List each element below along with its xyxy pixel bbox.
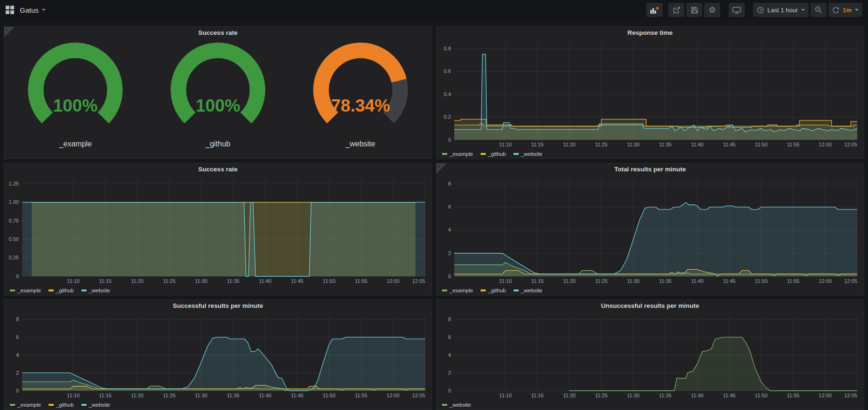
svg-text:11:55: 11:55 [787,142,800,147]
legend-item-_website[interactable]: _website [514,288,542,293]
series-fill-_website [454,202,857,276]
legend-item-_website[interactable]: _website [514,151,542,157]
svg-text:11:40: 11:40 [259,393,272,398]
panel-title[interactable]: Successful results per minute [4,300,432,312]
gauge-value-text: 100% [53,96,98,115]
series-fill-_website [570,337,857,391]
legend-item-_website[interactable]: _website [81,288,110,293]
dashboard-title-dropdown[interactable]: Gatus [20,6,46,14]
legend-item-_website[interactable]: _website [442,402,471,408]
svg-text:12:05: 12:05 [844,278,857,284]
legend-item-_github[interactable]: _github [48,402,74,408]
line-chart-svg: 00.20.40.60.811:1011:1511:2011:2511:3011… [436,39,864,149]
svg-text:11:45: 11:45 [291,393,304,398]
chart-legend: _example_github_website [436,149,864,159]
zoom-out-button[interactable] [811,3,827,17]
panel-title[interactable]: Success rate [4,163,432,176]
response-time-chart[interactable]: 00.20.40.60.811:1011:1511:2011:2511:3011… [436,39,864,149]
svg-text:11:15: 11:15 [531,142,544,147]
svg-text:12:05: 12:05 [844,142,857,147]
line-chart-svg: 0246811:1011:1511:2011:2511:3011:3511:40… [436,176,864,286]
chevron-down-icon [42,9,46,11]
svg-text:2: 2 [448,370,451,376]
time-range-picker[interactable]: Last 1 hour [753,3,809,17]
line-chart-svg: 0246811:1011:1511:2011:2511:3011:3511:40… [436,312,864,400]
gauge-svg: 100% [147,41,289,139]
chevron-down-icon [801,9,805,11]
chevron-down-icon [855,9,859,11]
series-line-_github [454,119,857,127]
svg-text:11:35: 11:35 [659,393,672,398]
share-button[interactable] [668,3,684,17]
legend-item-_github[interactable]: _github [481,151,506,157]
svg-text:11:25: 11:25 [595,142,608,147]
gauge-_website: 78.34% _website [290,41,431,148]
svg-text:11:30: 11:30 [627,142,640,147]
svg-text:0.2: 0.2 [444,114,451,120]
svg-text:11:20: 11:20 [131,393,144,398]
legend-item-_example[interactable]: _example [10,402,41,408]
svg-text:6: 6 [448,334,451,340]
dashboard-grid: i Success rate 100% _example 100% _githu… [0,20,868,410]
refresh-interval-label: 1m [843,7,852,14]
svg-text:11:50: 11:50 [755,393,768,398]
grafana-apps-grid-icon[interactable] [6,6,14,14]
svg-text:4: 4 [16,352,19,358]
total-results-chart[interactable]: 0246811:1011:1511:2011:2511:3011:3511:40… [436,176,864,286]
share-icon [673,7,680,14]
line-chart-svg: 00.250.500.751.001.2511:1011:1511:2011:2… [4,176,432,286]
svg-text:11:20: 11:20 [563,393,576,398]
svg-text:12:00: 12:00 [386,278,400,284]
dashboard-title: Gatus [20,6,39,14]
svg-text:11:30: 11:30 [627,393,640,398]
svg-text:11:40: 11:40 [691,393,704,398]
add-panel-button[interactable] [646,3,663,17]
svg-text:11:15: 11:15 [531,393,544,398]
gauge-_github: 100% _github [147,41,289,148]
gauges-chart[interactable]: 100% _example 100% _github 78.34% _websi… [4,39,432,159]
svg-text:11:20: 11:20 [563,278,576,284]
svg-text:11:35: 11:35 [659,142,672,147]
legend-item-_github[interactable]: _github [48,288,74,293]
legend-item-_example[interactable]: _example [10,288,41,293]
refresh-button[interactable]: 1m [828,3,862,17]
bar-chart-add-icon [650,7,659,14]
gear-icon: ⚙ [709,6,716,14]
time-range-label: Last 1 hour [767,7,798,14]
svg-text:0.6: 0.6 [444,68,451,74]
cycle-view-mode-button[interactable] [729,3,745,17]
panel-total-results: i Total results per minute 0246811:1011:… [436,163,864,296]
gauge-series-label: _github [206,140,231,148]
legend-item-_github[interactable]: _github [481,288,506,293]
panel-title[interactable]: Total results per minute [436,163,864,176]
svg-text:11:45: 11:45 [723,142,736,147]
svg-text:0.50: 0.50 [9,236,19,242]
svg-text:12:05: 12:05 [412,393,425,398]
panel-title[interactable]: Response time [436,27,864,39]
successful-results-chart[interactable]: 0246811:1011:1511:2011:2511:3011:3511:40… [4,312,432,400]
legend-item-_example[interactable]: _example [442,151,473,157]
svg-text:0.75: 0.75 [9,218,19,224]
panel-title[interactable]: Unsuccessful results per minute [436,300,864,312]
panel-info-icon[interactable]: i [436,163,447,174]
gauge-series-label: _example [59,140,92,148]
save-button[interactable] [686,3,702,17]
series-line-_website [454,54,857,132]
panel-info-icon[interactable]: i [4,27,15,37]
svg-text:11:35: 11:35 [227,393,240,398]
legend-item-_example[interactable]: _example [442,288,473,293]
svg-text:11:15: 11:15 [99,393,112,398]
unsuccessful-results-chart[interactable]: 0246811:1011:1511:2011:2511:3011:3511:40… [436,312,864,400]
svg-text:11:25: 11:25 [163,393,176,398]
legend-item-_website[interactable]: _website [81,402,110,408]
svg-text:0: 0 [448,137,451,143]
gauge-_example: 100% _example [5,41,146,148]
svg-text:11:45: 11:45 [723,393,736,398]
dashboard-settings-button[interactable]: ⚙ [704,3,720,17]
panel-title[interactable]: Success rate [4,27,432,39]
svg-text:11:25: 11:25 [595,393,608,398]
svg-text:0: 0 [448,273,451,279]
success-rate-chart[interactable]: 00.250.500.751.001.2511:1011:1511:2011:2… [4,176,432,286]
svg-text:0: 0 [16,273,19,279]
svg-text:2: 2 [448,250,451,256]
